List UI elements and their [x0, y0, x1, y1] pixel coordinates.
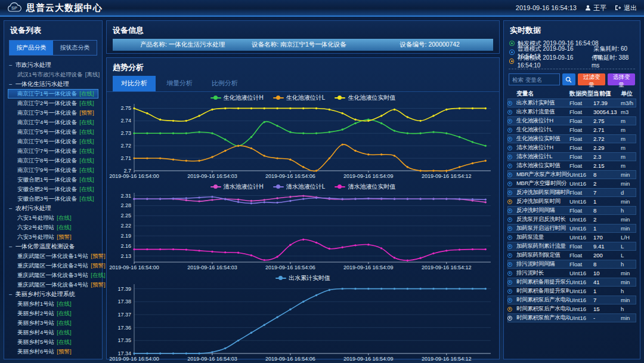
tab-compare-analysis[interactable]: 对比分析	[113, 76, 156, 91]
variable-table-header: 变量名 数据类型 当前值 单位	[507, 89, 636, 99]
tab-increment-analysis[interactable]: 增量分析	[158, 76, 201, 91]
legend-item[interactable]: 清水池液位计H	[210, 183, 264, 191]
device-list-panel: 设备列表 按产品分类 按状态分类 −市政污水处理武汉1号市政污水处理设备[离线]…	[4, 20, 103, 359]
device-item[interactable]: 南京江宁3号一体化设备[预警]	[8, 108, 98, 118]
device-item[interactable]: 武汉1号市政污水处理设备[离线]	[8, 70, 98, 79]
svg-text:2019-09-16 16:54:06: 2019-09-16 16:54:06	[265, 356, 315, 362]
device-item[interactable]: 美丽乡村1号站[在线]	[8, 299, 98, 309]
logout-button[interactable]: 退出	[615, 4, 637, 13]
variable-icon	[507, 244, 512, 249]
variable-row[interactable]: 反洗泵开启反洗时长UInt162min	[507, 215, 636, 224]
device-item[interactable]: 美丽乡村2号站[在线]	[8, 309, 98, 318]
device-info-bar: 产品名称: 一体化生活污水处理 设备名称: 南京江宁1号一体化设备 设备编号: …	[113, 39, 493, 51]
device-item[interactable]: 重庆武隆区一体化设备3号站[在线]	[8, 270, 98, 280]
device-item[interactable]: 南京江宁9号一体化设备[在线]	[8, 165, 98, 175]
device-group[interactable]: −一体化带温度检测设备	[8, 242, 98, 251]
variable-row[interactable]: 出水累计流量值Float30054.13m3	[507, 107, 636, 116]
device-item[interactable]: 南京江宁5号一体化设备[在线]	[8, 127, 98, 137]
variable-row[interactable]: 排污泥时间间隔Float8h	[507, 260, 636, 269]
variable-row[interactable]: MBR产水空爆时间分UInt162min	[507, 179, 636, 188]
legend-item[interactable]: 清水池液位计L	[273, 183, 326, 191]
device-item[interactable]: 南京江宁2号一体化设备[在线]	[8, 99, 98, 108]
variable-row[interactable]: 出水累计实时值Float17.39m3/h	[507, 99, 636, 107]
variable-search-input[interactable]	[509, 73, 560, 85]
header-datetime: 2019-09-16 16:54:13	[516, 4, 577, 11]
svg-text:2.75: 2.75	[120, 105, 131, 111]
device-item[interactable]: 南京江宁7号一体化设备[在线]	[8, 146, 98, 156]
device-item[interactable]: 南京江宁6号一体化设备[在线]	[8, 137, 98, 146]
dashboard: SP 思普云大数据中心 2019-09-16 16:54:13 王平 退出 设备…	[0, 0, 644, 363]
trend-analysis-panel: 趋势分析 对比分析 增量分析 比例分析 生化池液位计H生化池液位计L生化池液位实…	[106, 57, 500, 359]
device-item[interactable]: 六安1号处理站[在线]	[8, 213, 98, 223]
variable-row[interactable]: 生化池液位计HFloat2.75m	[507, 116, 636, 125]
variable-row[interactable]: 清水池液位计HFloat2.29m	[507, 143, 636, 152]
variable-table: 变量名 数据类型 当前值 单位 出水累计实时值Float17.39m3/h出水累…	[504, 89, 640, 322]
svg-text:2019-09-16 16:54:00: 2019-09-16 16:54:00	[109, 173, 159, 179]
device-item[interactable]: 美丽乡村4号站[在线]	[8, 328, 98, 337]
tab-ratio-analysis[interactable]: 比例分析	[203, 76, 246, 91]
tab-by-status[interactable]: 按状态分类	[53, 41, 97, 55]
legend-item[interactable]: 生化池液位实时值	[335, 94, 395, 102]
svg-text:2.28: 2.28	[120, 202, 131, 208]
variable-row[interactable]: 生化池液位计LFloat2.71m	[507, 125, 636, 134]
line-chart: 2.72.712.722.732.742.752019-09-16 16:54:…	[109, 102, 496, 180]
variable-row[interactable]: 时间累积备用提升泵分UInt1641min	[507, 278, 636, 287]
device-item[interactable]: 重庆武隆区一体化设备4号站[预警]	[8, 280, 98, 290]
variable-row[interactable]: 时间累积泵后产水电动阀时UInt1615h	[507, 304, 636, 313]
device-group[interactable]: −市政污水处理	[8, 60, 98, 70]
variable-row[interactable]: 加药泵流量UInt16170L/H	[507, 233, 636, 242]
variable-row[interactable]: 加药泵药剂限定值Float200L	[507, 251, 636, 260]
device-item[interactable]: 美丽乡村3号站[在线]	[8, 318, 98, 328]
variable-icon	[507, 262, 512, 267]
legend-item[interactable]: 清水池液位实时值	[335, 183, 395, 191]
device-item[interactable]: 美丽乡村5号站[在线]	[8, 337, 98, 347]
device-item[interactable]: 六安2号处理站[在线]	[8, 223, 98, 232]
tab-by-product[interactable]: 按产品分类	[10, 41, 53, 55]
variable-row[interactable]: 反冲洗加药泵时间UInt161min	[507, 197, 636, 206]
variable-row[interactable]: 时间累积备用提升泵时UInt161h	[507, 287, 636, 296]
device-item[interactable]: 南京江宁8号一体化设备[在线]	[8, 156, 98, 165]
device-item[interactable]: 安徽合肥3号一体化设备[在线]	[8, 194, 98, 204]
filter-variables-button[interactable]: 过滤变量	[578, 73, 605, 85]
device-status-badge: [在线]	[91, 272, 105, 279]
device-item[interactable]: 美丽乡村6号站[预警]	[8, 347, 98, 356]
device-group[interactable]: −美丽乡村污水处理系统	[8, 290, 98, 299]
variable-row[interactable]: 反冲洗时间间隔Float8h	[507, 206, 636, 215]
variable-row[interactable]: 反冲洗加药泵间隔时间Float7d	[507, 188, 636, 197]
device-item[interactable]: 安徽合肥1号一体化设备[在线]	[8, 175, 98, 184]
variable-row[interactable]: 清水池液位计LFloat2.3m	[507, 152, 636, 161]
svg-text:17.38: 17.38	[117, 299, 131, 304]
variable-row[interactable]: 排污泥时长UInt1610min	[507, 269, 636, 278]
variable-row[interactable]: 时间累积泵前产水电动阀分UInt16-min	[507, 313, 636, 322]
legend-item[interactable]: 出水累计实时值	[275, 274, 330, 282]
variable-icon	[507, 289, 512, 294]
variable-row[interactable]: MBR产水泵产水时间分UInt168min	[507, 170, 636, 179]
variable-icon	[507, 190, 512, 195]
svg-text:2019-09-16 16:54:09: 2019-09-16 16:54:09	[343, 356, 394, 362]
variable-row[interactable]: 生化池液位实时值Float2.72m	[507, 134, 636, 143]
svg-text:2.73: 2.73	[120, 130, 131, 136]
device-item[interactable]: 南京江宁1号一体化设备[在线]	[8, 89, 98, 99]
legend-item[interactable]: 生化池液位计L	[273, 94, 326, 102]
trend-title: 趋势分析	[107, 58, 499, 76]
legend-item[interactable]: 生化池液位计H	[210, 94, 264, 102]
device-group[interactable]: −农村污水处理	[8, 204, 98, 213]
device-item[interactable]: 重庆武隆区一体化设备1号站[预警]	[8, 251, 98, 261]
search-button[interactable]	[562, 73, 575, 85]
device-item[interactable]: 六安3号处理站[预警]	[8, 232, 98, 242]
variable-row[interactable]: 加药泵药剂累计流量Float9.41L	[507, 242, 636, 251]
variable-row[interactable]: 清水池液位实时值Float2.15m	[507, 161, 636, 170]
select-variables-button[interactable]: 选择变量	[608, 73, 635, 85]
variable-row[interactable]: 时间累积泵后产水电动阀分UInt167min	[507, 296, 636, 304]
variable-toolbar: 过滤变量 选择变量	[504, 72, 640, 89]
chart-biochemical-tank-level: 生化池液位计H生化池液位计L生化池液位实时值2.72.712.722.732.7…	[109, 93, 497, 182]
device-item[interactable]: 重庆武隆区一体化设备2号站[预警]	[8, 261, 98, 270]
user-menu[interactable]: 王平	[585, 4, 606, 13]
variable-icon	[507, 182, 512, 186]
variable-row[interactable]: 加药泵开启运行时间UInt161min	[507, 224, 636, 233]
device-item[interactable]: 安徽合肥2号一体化设备[在线]	[8, 184, 98, 194]
variable-icon	[507, 307, 512, 312]
device-status-badge: [在线]	[57, 319, 71, 327]
device-item[interactable]: 南京江宁4号一体化设备[在线]	[8, 118, 98, 127]
device-group[interactable]: −一体化生活污水处理	[8, 79, 98, 89]
